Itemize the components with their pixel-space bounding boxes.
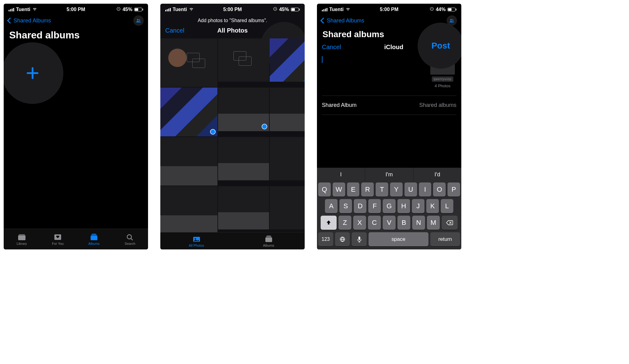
key-globe[interactable]: [335, 232, 350, 246]
photos-icon: [192, 235, 201, 243]
key-a[interactable]: A: [325, 199, 338, 213]
row-label: Shared Album: [322, 102, 357, 108]
key-y[interactable]: Y: [390, 182, 403, 197]
clock: 5:00 PM: [380, 7, 398, 12]
key-shift[interactable]: [321, 216, 337, 230]
chevron-left-icon: [7, 18, 13, 24]
toolbar-all-photos-label: All Photos: [189, 244, 204, 247]
key-m[interactable]: M: [427, 216, 440, 230]
photo-thumb[interactable]: [218, 38, 269, 82]
photo-thumb[interactable]: [218, 186, 269, 229]
back-button[interactable]: Shared Albums: [321, 18, 364, 24]
photo-thumb[interactable]: [160, 38, 217, 87]
tab-library[interactable]: Library: [4, 229, 40, 249]
key-k[interactable]: K: [426, 199, 439, 213]
suggestion[interactable]: I'm: [365, 168, 413, 181]
photo-thumb[interactable]: [270, 137, 305, 180]
key-mic[interactable]: [352, 232, 367, 246]
screen-photo-picker: Tuenti 5:00 PM 45% Add photos to "Shared…: [160, 4, 305, 249]
key-t[interactable]: T: [376, 182, 388, 197]
wifi-icon: [189, 6, 194, 13]
modal-title: iCloud: [384, 44, 403, 51]
key-v[interactable]: V: [383, 216, 396, 230]
tab-search[interactable]: Search: [112, 229, 148, 249]
key-q[interactable]: Q: [318, 182, 331, 197]
key-c[interactable]: C: [368, 216, 381, 230]
zoom-callout-add: [4, 42, 63, 104]
rotation-lock-icon: [430, 7, 434, 12]
key-delete[interactable]: [442, 216, 458, 230]
keyboard: I I'm I'd Q W E R T Y U I O P A S D F G …: [317, 168, 461, 249]
svg-rect-6: [91, 236, 97, 240]
photo-thumb[interactable]: [218, 88, 269, 131]
photo-thumb[interactable]: [160, 88, 217, 136]
key-h[interactable]: H: [397, 199, 410, 213]
wifi-icon: [346, 6, 350, 13]
status-bar: Tuenti 5:00 PM 45%: [4, 4, 148, 14]
tab-for-you[interactable]: For You: [40, 229, 76, 249]
back-button[interactable]: Shared Albums: [8, 18, 51, 24]
key-s[interactable]: S: [339, 199, 352, 213]
tab-albums[interactable]: Albums: [76, 229, 112, 249]
svg-rect-15: [267, 236, 271, 236]
key-row-4: 123 space return: [317, 231, 461, 248]
rotation-lock-icon: [116, 7, 121, 12]
svg-point-12: [195, 238, 196, 239]
key-return[interactable]: return: [430, 232, 460, 246]
key-d[interactable]: D: [354, 199, 366, 213]
caption-input[interactable]: [322, 56, 425, 91]
key-x[interactable]: X: [353, 216, 366, 230]
key-j[interactable]: J: [412, 199, 424, 213]
rotation-lock-icon: [273, 7, 277, 12]
suggestion[interactable]: I: [317, 168, 365, 181]
key-row-1: Q W E R T Y U I O P: [317, 181, 461, 198]
key-p[interactable]: P: [447, 182, 460, 197]
battery-percent: 45%: [279, 7, 289, 12]
plus-icon[interactable]: [24, 65, 41, 82]
key-e[interactable]: E: [347, 182, 360, 197]
key-i[interactable]: I: [419, 182, 432, 197]
key-l[interactable]: L: [441, 199, 453, 213]
signal-icon: [165, 8, 171, 11]
svg-rect-7: [91, 235, 97, 235]
key-u[interactable]: U: [404, 182, 417, 197]
photo-thumb[interactable]: [218, 137, 269, 180]
svg-rect-3: [18, 235, 25, 240]
photo-thumb[interactable]: [160, 186, 217, 232]
photo-thumb[interactable]: [270, 88, 305, 131]
key-space[interactable]: space: [369, 232, 428, 246]
key-o[interactable]: O: [433, 182, 446, 197]
cancel-button[interactable]: Cancel: [165, 27, 184, 34]
key-g[interactable]: G: [383, 199, 395, 213]
svg-point-18: [452, 19, 453, 21]
toolbar-albums[interactable]: Albums: [232, 233, 305, 249]
tab-search-label: Search: [125, 242, 135, 245]
photo-thumb[interactable]: [160, 137, 217, 186]
tab-bar: Library For You Albums Search: [4, 229, 148, 249]
toolbar-all-photos[interactable]: All Photos: [160, 233, 232, 249]
post-button[interactable]: Post: [432, 41, 450, 51]
zoom-callout-post: Post: [418, 23, 461, 69]
suggestion[interactable]: I'd: [413, 168, 461, 181]
photo-thumb[interactable]: [270, 186, 305, 229]
people-button[interactable]: [133, 15, 144, 26]
screen-post-icloud: Tuenti 5:00 PM 44% Shared Albums Shared …: [317, 4, 461, 249]
screen-shared-albums: Tuenti 5:00 PM 45% Shared Albums Shared …: [4, 4, 148, 249]
key-b[interactable]: B: [397, 216, 410, 230]
preview-strip: qwertyuiop: [432, 76, 453, 82]
cancel-button[interactable]: Cancel: [322, 44, 341, 51]
key-z[interactable]: Z: [338, 216, 351, 230]
key-f[interactable]: F: [368, 199, 381, 213]
key-r[interactable]: R: [361, 182, 374, 197]
key-123[interactable]: 123: [318, 232, 333, 246]
photo-thumb[interactable]: [270, 38, 305, 82]
svg-rect-4: [19, 234, 25, 235]
svg-point-2: [139, 19, 140, 21]
toolbar-albums-label: Albums: [263, 244, 274, 247]
key-w[interactable]: W: [333, 182, 345, 197]
battery-icon: [291, 8, 300, 11]
shared-album-row[interactable]: Shared Album Shared albums: [317, 98, 461, 113]
separator: [322, 115, 456, 115]
key-n[interactable]: N: [412, 216, 425, 230]
status-bar: Tuenti 5:00 PM 45%: [160, 4, 305, 14]
